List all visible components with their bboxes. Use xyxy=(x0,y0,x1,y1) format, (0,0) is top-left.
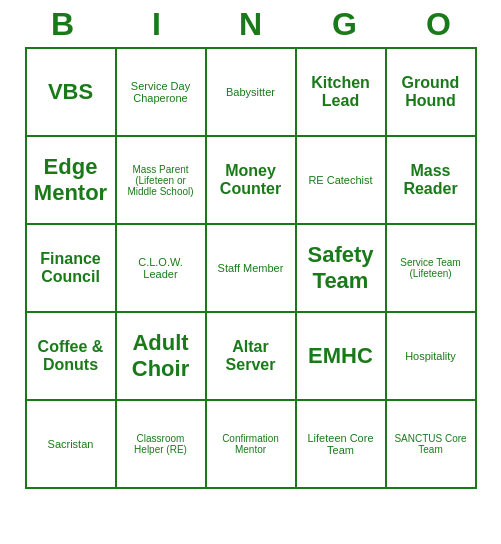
bingo-cell: Classroom Helper (RE) xyxy=(117,401,207,489)
bingo-cell: Mass Reader xyxy=(387,137,477,225)
bingo-cell: RE Catechist xyxy=(297,137,387,225)
header-letter: G xyxy=(302,6,388,43)
header-letter: O xyxy=(396,6,482,43)
bingo-cell: Confirmation Mentor xyxy=(207,401,297,489)
bingo-cell: Lifeteen Core Team xyxy=(297,401,387,489)
bingo-cell: Edge Mentor xyxy=(27,137,117,225)
bingo-cell: Service Team (Lifeteen) xyxy=(387,225,477,313)
bingo-cell: Staff Member xyxy=(207,225,297,313)
bingo-cell: Service Day Chaperone xyxy=(117,49,207,137)
bingo-header: BINGO xyxy=(16,0,486,47)
bingo-cell: Money Counter xyxy=(207,137,297,225)
bingo-cell: Ground Hound xyxy=(387,49,477,137)
bingo-cell: Hospitality xyxy=(387,313,477,401)
bingo-cell: Mass Parent (Lifeteen or Middle School) xyxy=(117,137,207,225)
bingo-cell: VBS xyxy=(27,49,117,137)
header-letter: B xyxy=(20,6,106,43)
header-letter: I xyxy=(114,6,200,43)
bingo-cell: Babysitter xyxy=(207,49,297,137)
bingo-cell: Safety Team xyxy=(297,225,387,313)
bingo-cell: Coffee & Donuts xyxy=(27,313,117,401)
header-letter: N xyxy=(208,6,294,43)
bingo-cell: SANCTUS Core Team xyxy=(387,401,477,489)
bingo-grid: VBSService Day ChaperoneBabysitterKitche… xyxy=(25,47,477,489)
bingo-cell: Sacristan xyxy=(27,401,117,489)
bingo-cell: C.L.O.W. Leader xyxy=(117,225,207,313)
bingo-cell: EMHC xyxy=(297,313,387,401)
bingo-cell: Kitchen Lead xyxy=(297,49,387,137)
bingo-cell: Adult Choir xyxy=(117,313,207,401)
bingo-cell: Altar Server xyxy=(207,313,297,401)
bingo-cell: Finance Council xyxy=(27,225,117,313)
